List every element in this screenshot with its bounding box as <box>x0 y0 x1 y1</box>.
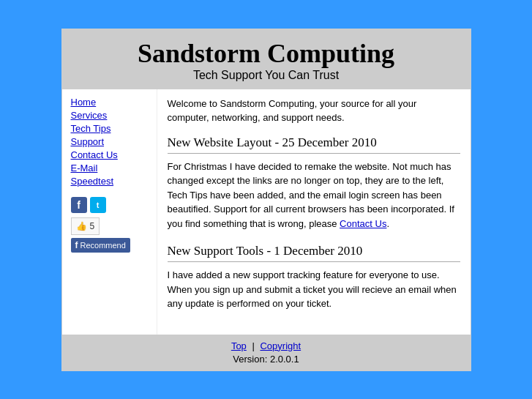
nav-services[interactable]: Services <box>71 110 149 121</box>
footer-copyright-link[interactable]: Copyright <box>260 340 301 351</box>
page-footer: Top | Copyright Version: 2.0.0.1 <box>62 335 471 370</box>
nav-home[interactable]: Home <box>71 97 149 108</box>
article-1-divider <box>168 153 460 154</box>
sidebar: Home Services Tech Tips Support Contact … <box>62 89 157 335</box>
welcome-text: Welcome to Sandstorm Computing, your sou… <box>168 97 460 125</box>
site-title: Sandstorm Computing <box>70 38 463 69</box>
article-2-divider <box>168 261 460 262</box>
recommend-label: Recommend <box>80 241 126 250</box>
article-1: New Website Layout - 25 December 2010 Fo… <box>168 135 460 231</box>
facebook-icon[interactable]: f <box>71 197 87 213</box>
article-1-title: New Website Layout - 25 December 2010 <box>168 135 460 150</box>
content-area: Home Services Tech Tips Support Contact … <box>62 89 471 335</box>
nav-support[interactable]: Support <box>71 136 149 147</box>
nav-tech-tips[interactable]: Tech Tips <box>71 123 149 134</box>
main-content: Welcome to Sandstorm Computing, your sou… <box>157 89 471 335</box>
thumbs-up-icon: 👍 <box>76 221 87 231</box>
facebook-mini-icon: f <box>75 240 78 250</box>
contact-us-link[interactable]: Contact Us <box>340 218 386 229</box>
article-1-body: For Christmas I have decided to remake t… <box>168 160 460 231</box>
facebook-like-box: 👍 5 <box>71 217 100 235</box>
article-2: New Support Tools - 1 December 2010 I ha… <box>168 244 460 311</box>
nav-contact-us[interactable]: Contact Us <box>71 149 149 160</box>
article-2-body: I have added a new support tracking feat… <box>168 268 460 311</box>
recommend-button[interactable]: f Recommend <box>71 238 130 253</box>
footer-version: Version: 2.0.0.1 <box>70 354 463 365</box>
footer-links: Top | Copyright <box>70 340 463 351</box>
nav-speedtest[interactable]: Speedtest <box>71 176 149 187</box>
article-2-title: New Support Tools - 1 December 2010 <box>168 244 460 258</box>
page-wrapper: Sandstorm Computing Tech Support You Can… <box>61 29 471 371</box>
footer-separator: | <box>252 340 254 351</box>
footer-top-link[interactable]: Top <box>231 340 247 351</box>
nav-email[interactable]: E-Mail <box>71 163 149 174</box>
twitter-icon[interactable]: t <box>90 197 106 213</box>
social-icons: f t <box>71 197 149 213</box>
like-count: 5 <box>90 221 95 231</box>
site-subtitle: Tech Support You Can Trust <box>70 69 463 82</box>
page-header: Sandstorm Computing Tech Support You Can… <box>62 29 471 89</box>
